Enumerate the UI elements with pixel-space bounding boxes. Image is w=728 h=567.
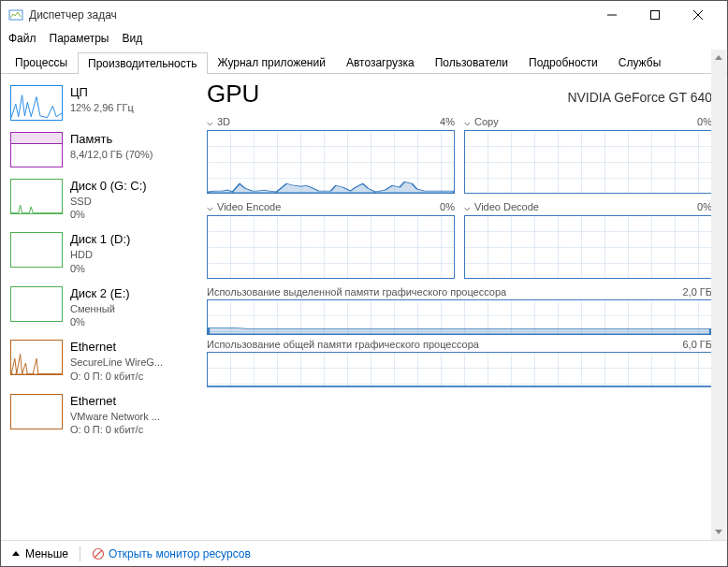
sidebar-item-ethernet0[interactable]: Ethernet SecureLine WireG... О: 0 П: 0 к… (1, 334, 197, 387)
eth1-title: Ethernet (70, 394, 160, 410)
shrmem-max: 6,0 ГБ (682, 339, 712, 350)
sidebar-item-ethernet1[interactable]: Ethernet VMware Network ... О: 0 П: 0 кб… (1, 388, 197, 442)
tab-users[interactable]: Пользователи (425, 51, 518, 73)
main-title: GPU (207, 80, 259, 109)
window-title: Диспетчер задач (29, 8, 590, 22)
memory-title: Память (70, 132, 153, 148)
tabs: Процессы Производительность Журнал прило… (1, 48, 727, 74)
dedmem-plot[interactable] (207, 299, 712, 335)
menu-options[interactable]: Параметры (50, 32, 109, 45)
svg-line-7 (95, 550, 102, 558)
disk2-sub2: 0% (70, 315, 130, 328)
menu-view[interactable]: Вид (122, 32, 142, 45)
graph-row-1: ⌵3D4% ⌵Copy0% (207, 116, 712, 194)
eth0-info: Ethernet SecureLine WireG... О: 0 П: 0 к… (70, 340, 163, 382)
fewer-details-button[interactable]: Меньше (12, 547, 68, 560)
shrmem-label-row: Использование общей памяти графического … (207, 339, 712, 350)
chevron-down-icon[interactable]: ⌵ (464, 201, 471, 212)
disk0-thumb (10, 179, 63, 214)
graph-row-2: ⌵Video Encode0% ⌵Video Decode0% (207, 201, 712, 279)
app-icon (8, 7, 23, 22)
eth1-info: Ethernet VMware Network ... О: 0 П: 0 кб… (70, 394, 160, 436)
menubar: Файл Параметры Вид (1, 29, 727, 48)
graph-vdec-plot[interactable] (464, 215, 712, 279)
graph-venc-label: Video Encode (217, 201, 281, 212)
graph-vdec: ⌵Video Decode0% (464, 201, 712, 279)
footer: Меньше Открыть монитор ресурсов (1, 540, 727, 566)
open-resmon-link[interactable]: Открыть монитор ресурсов (92, 547, 251, 560)
cpu-thumb (10, 85, 63, 121)
sidebar-item-disk2[interactable]: Диск 2 (E:) Сменный 0% (1, 281, 197, 334)
shrmem-label: Использование общей памяти графического … (207, 339, 479, 350)
graph-copy-plot[interactable] (464, 130, 712, 194)
graph-3d-label: 3D (217, 116, 230, 127)
graph-3d-plot[interactable] (207, 130, 455, 194)
graph-3d: ⌵3D4% (207, 116, 455, 194)
less-label: Меньше (25, 547, 68, 560)
sidebar-item-cpu[interactable]: ЦП 12% 2,96 ГГц (1, 80, 197, 126)
disk2-sub1: Сменный (70, 302, 130, 315)
performance-body: ЦП 12% 2,96 ГГц Память 8,4/12,0 ГБ (70%)… (1, 74, 727, 540)
window-controls (590, 1, 720, 29)
disk2-thumb (10, 286, 63, 322)
chevron-down-icon[interactable]: ⌵ (207, 116, 213, 127)
tab-app-history[interactable]: Журнал приложений (208, 51, 336, 73)
tab-processes[interactable]: Процессы (5, 51, 78, 73)
chevron-down-icon[interactable]: ⌵ (464, 116, 471, 127)
disk0-sub2: 0% (70, 208, 147, 221)
graph-venc-pct: 0% (440, 201, 455, 213)
graph-3d-pct: 4% (440, 116, 455, 128)
memory-info: Память 8,4/12,0 ГБ (70%) (70, 132, 153, 161)
chevron-up-icon (12, 551, 20, 556)
graph-copy-label: Copy (474, 116, 499, 127)
footer-divider (80, 546, 80, 561)
dedmem-label: Использование выделенной памяти графичес… (207, 286, 506, 298)
graph-copy: ⌵Copy0% (464, 116, 712, 194)
graph-venc: ⌵Video Encode0% (207, 201, 455, 279)
chevron-down-icon[interactable]: ⌵ (207, 201, 213, 212)
graph-vdec-label: Video Decode (474, 201, 539, 212)
eth0-thumb (10, 340, 63, 375)
main-panel: GPU NVIDIA GeForce GT 640 ⌵3D4% ⌵Copy0% … (197, 74, 727, 540)
menu-file[interactable]: Файл (8, 32, 36, 45)
cpu-title: ЦП (70, 85, 134, 101)
minimize-button[interactable] (590, 1, 633, 29)
disk1-info: Диск 1 (D:) HDD 0% (70, 232, 130, 274)
titlebar: Диспетчер задач (1, 1, 727, 29)
graph-venc-plot[interactable] (207, 215, 455, 279)
tab-details[interactable]: Подробности (518, 51, 608, 73)
cpu-sub: 12% 2,96 ГГц (70, 101, 134, 114)
disk1-sub1: HDD (70, 248, 130, 261)
disk2-title: Диск 2 (E:) (70, 286, 130, 302)
eth1-thumb (10, 394, 63, 429)
sidebar: ЦП 12% 2,96 ГГц Память 8,4/12,0 ГБ (70%)… (1, 74, 197, 540)
dedmem-max: 2,0 ГБ (682, 286, 712, 298)
tab-services[interactable]: Службы (608, 51, 671, 73)
disk1-title: Диск 1 (D:) (70, 232, 130, 248)
device-name: NVIDIA GeForce GT 640 (567, 90, 712, 105)
eth1-sub2: О: 0 П: 0 кбит/с (70, 423, 160, 436)
sidebar-item-disk1[interactable]: Диск 1 (D:) HDD 0% (1, 226, 197, 280)
disk0-info: Диск 0 (G: C:) SSD 0% (70, 179, 147, 221)
close-button[interactable] (677, 1, 720, 29)
resmon-label: Открыть монитор ресурсов (109, 547, 251, 560)
eth1-sub1: VMware Network ... (70, 410, 160, 423)
maximize-button[interactable] (633, 1, 677, 29)
eth0-title: Ethernet (70, 340, 163, 356)
disk0-sub1: SSD (70, 195, 147, 208)
main-header: GPU NVIDIA GeForce GT 640 (207, 80, 712, 109)
svg-rect-2 (651, 11, 660, 20)
memory-sub: 8,4/12,0 ГБ (70%) (70, 148, 153, 161)
disk0-title: Диск 0 (G: C:) (70, 179, 147, 195)
disk1-thumb (10, 232, 63, 268)
eth0-sub1: SecureLine WireG... (70, 356, 163, 369)
tab-performance[interactable]: Производительность (78, 52, 207, 74)
sidebar-item-disk0[interactable]: Диск 0 (G: C:) SSD 0% (1, 173, 197, 226)
disk2-info: Диск 2 (E:) Сменный 0% (70, 286, 130, 328)
window: Диспетчер задач Файл Параметры Вид Проце… (0, 0, 728, 567)
shrmem-plot[interactable] (207, 352, 712, 387)
tab-startup[interactable]: Автозагрузка (336, 51, 425, 73)
dedmem-label-row: Использование выделенной памяти графичес… (207, 286, 712, 298)
sidebar-item-memory[interactable]: Память 8,4/12,0 ГБ (70%) (1, 126, 197, 173)
vertical-scrollbar[interactable] (711, 50, 726, 540)
